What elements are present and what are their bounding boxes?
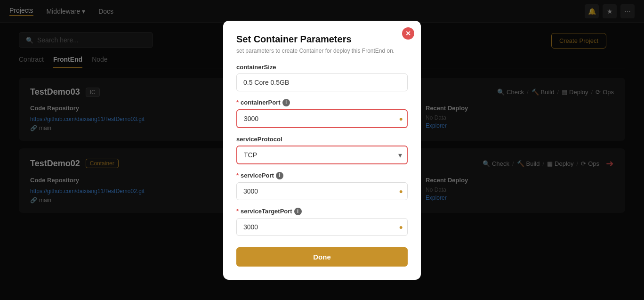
modal-close-button[interactable]: ✕ [402,27,414,40]
container-port-input[interactable] [236,109,408,128]
info-icon-port: i [282,99,290,106]
service-protocol-label: serviceProtocol [236,136,408,143]
service-port-label: * servicePort i [236,172,408,179]
service-port-wrap: ● [236,182,408,200]
clear-target-port-icon[interactable]: ● [399,223,403,231]
required-marker-2: * [236,172,239,179]
service-target-port-wrap: ● [236,218,408,236]
modal-subtitle: set parameters to create Container for d… [236,48,408,54]
info-icon-service-port: i [276,172,283,179]
service-protocol-select-wrap: TCP UDP HTTP HTTPS ▾ [236,146,408,164]
form-group-container-port: * containerPort i ● [236,99,408,128]
container-size-label: containerSize [236,64,408,71]
container-size-input[interactable] [236,73,408,91]
modal-container: ✕ Set Container Parameters set parameter… [223,21,421,280]
container-port-wrap: ● [236,109,408,128]
service-target-port-label: * serviceTargetPort i [236,208,408,215]
info-icon-target-port: i [294,208,302,215]
clear-service-port-icon[interactable]: ● [399,187,403,195]
modal-title: Set Container Parameters [236,34,408,45]
modal-overlay[interactable]: ✕ Set Container Parameters set parameter… [0,0,644,300]
form-group-service-target-port: * serviceTargetPort i ● [236,208,408,236]
form-group-service-port: * servicePort i ● [236,172,408,200]
done-button[interactable]: Done [236,247,408,267]
required-marker-3: * [236,208,239,215]
container-port-label: * containerPort i [236,99,408,106]
service-protocol-select[interactable]: TCP UDP HTTP HTTPS [236,146,408,164]
clear-port-icon[interactable]: ● [399,115,403,122]
service-port-input[interactable] [236,182,408,200]
form-group-container-size: containerSize [236,64,408,91]
service-target-port-input[interactable] [236,218,408,236]
required-marker: * [236,99,239,106]
form-group-service-protocol: serviceProtocol TCP UDP HTTP HTTPS ▾ [236,136,408,164]
